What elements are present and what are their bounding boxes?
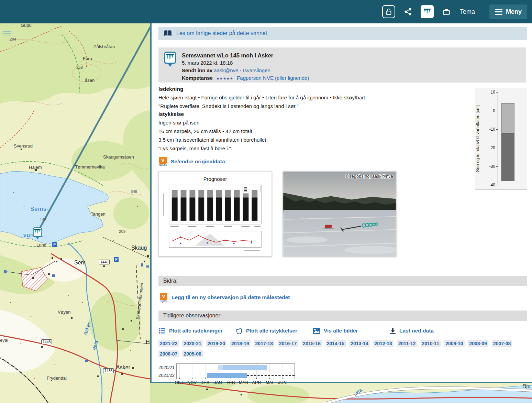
month-label: APR [252,380,261,385]
danger-info-bar: Les om farlige steder på dette vannet [158,27,527,40]
prognoser-mini-chart: Prognoser [159,172,271,256]
season-link[interactable]: 2008-09 [469,341,487,346]
observation-panel: Les om farlige steder på dette vannet Se… [150,23,532,383]
month-label: JAN [214,380,222,385]
season-links: 2021-22 2020-21 2019-20 2018-19 2017-18 … [158,340,527,357]
ice-season-bar-lead [218,365,223,370]
prognoser-chart-thumbnail[interactable]: Prognoser [158,171,272,257]
map-label: eval [0,338,8,343]
season-link[interactable]: 2010-11 [422,341,440,346]
map-label: Sem [74,260,86,266]
season-link[interactable]: 2009-10 [445,341,463,346]
lock-button[interactable] [382,5,395,18]
season-link[interactable]: 2006-07 [160,351,177,357]
observation-title: Semsvannet v/Lo 145 moh i Asker [182,52,309,59]
season-link[interactable]: 2007-08 [493,341,511,346]
istykkelse-quote: "Lys sørpeis, men fast å bore i." [158,145,527,152]
plot-isdekninger-action[interactable]: Plott alle isdekninger [158,327,235,335]
observation-datetime: 5. mars 2022 kl. 18:18 [182,59,309,67]
season-link[interactable]: 2016-17 [279,341,297,346]
parking-symbol: P [114,257,119,262]
month-label: OKT [175,380,184,385]
month-label: FEB [226,380,235,385]
actions-row: Plott alle isdekninger Plott alle istykk… [158,327,527,335]
share-button[interactable] [401,5,414,18]
menu-label: Meny [506,8,522,15]
add-observation-link[interactable]: Legg til en ny observasjon på dette måle… [171,294,290,301]
edit-original-row: V regObs Se/endre originaldata [158,157,527,166]
map-label: åsen [85,78,95,83]
map-label: Frydendal [47,375,67,381]
season-month-axis: OKT NOV DES JAN FEB MAR APR MAI JUN [176,380,295,386]
map-label: 349 [131,189,137,194]
ice-cup-icon [235,327,243,335]
map-label: Tømmernevika [75,164,105,170]
season-link[interactable]: 2020-21 [184,341,201,346]
ice-layer-button[interactable] [421,5,434,18]
map-label: Vøyen [58,309,71,315]
ice-season-bar-2021-22 [207,373,247,378]
map-label: 258 [76,65,83,69]
map-label: Gupu [21,23,32,28]
istykkelse-line: 3.5 cm fra isoverflaten til vannflaten i… [158,136,527,143]
ice-season-bar-2020-21 [223,365,267,370]
istykkelse-heading: Istykkelse [158,111,527,117]
map-label: Hajem [29,165,42,170]
road-number-shield: 1436 [103,368,114,373]
season-link[interactable]: 2017-18 [255,341,273,346]
istykkelse-line: Ingen snø på isen [158,119,527,126]
map-label: Skaugumsåsen [103,154,134,160]
season-link[interactable]: 2005-06 [184,351,201,357]
season-link[interactable]: 2019-20 [208,341,225,346]
tema-label[interactable]: Tema [460,8,475,15]
istykkelse-line: 16 cm sørpeis, 26 cm stålis • 42 cm tota… [158,128,527,135]
image-icon [312,327,321,334]
share-icon [403,7,413,17]
competence-link[interactable]: Fagperson NVE (eller lignende) [237,75,309,81]
ice-pin-icon [164,52,176,67]
map-label: Tangen [91,211,106,217]
sent-by-value: aask@nve - Isvarslingen [214,67,270,73]
month-label: NOV [187,380,197,385]
book-icon [163,30,172,37]
season-link[interactable]: 2021-22 [160,341,177,346]
isdekning-line: Hele sjøen islagt • Forrige obs gjelder … [158,94,527,101]
map-label: Furu- [83,56,93,61]
season-link[interactable]: 2013-14 [351,341,368,346]
season-link[interactable]: 2012-13 [375,341,392,346]
map-label: H [146,339,150,345]
month-label: JUN [278,380,287,385]
list-icon [158,327,166,335]
download-data-action[interactable]: Last ned data [389,327,466,335]
lake-photo: © regobs.no, aask@nve [283,172,396,256]
lock-icon [384,7,393,16]
svg-text:Prognoser: Prognoser [203,176,227,182]
observation-photo-thumbnail[interactable]: © regobs.no, aask@nve [283,171,396,257]
season-link[interactable]: 2011-12 [398,341,416,346]
season-row-label: 2020/21 [158,363,174,371]
bidra-section-header: Bidra: [158,276,527,286]
season-link[interactable]: 2014-15 [327,341,344,346]
edit-original-data-link[interactable]: Se/endre originaldata [171,159,225,165]
download-icon [389,327,396,334]
map-label: Lund [36,242,46,248]
road-number-shield: 1448 [41,339,52,344]
season-link[interactable]: 2018-19 [231,341,249,346]
map-label: Asker [116,364,130,371]
observation-marker-pin[interactable] [33,227,42,241]
season-timeline-plot [176,363,295,379]
observation-content: Isdekning Hele sjøen islagt • Forrige ob… [158,86,527,386]
season-link[interactable]: 2015-16 [303,341,320,346]
menu-button[interactable]: Meny [489,4,527,19]
observation-header-box: Semsvannet v/Lo 145 moh i Asker 5. mars … [158,47,526,83]
danger-places-link[interactable]: Les om farlige steder på dette vannet [176,30,267,36]
show-all-images-action[interactable]: Vis alle bilder [312,327,389,335]
map-label: 145 [40,218,46,222]
app-header: Tema Meny [0,0,532,23]
plot-istykkelser-action[interactable]: Plott alle istykkelser [235,327,312,335]
page: Gupu 294 Pålsbråtan Furu- 258 åsen Svens… [0,0,532,403]
work-briefcase-button[interactable] [440,5,453,18]
hamburger-icon [495,9,502,15]
map-label: Svensrud [14,143,33,149]
isdekning-heading: Isdekning [158,86,527,92]
